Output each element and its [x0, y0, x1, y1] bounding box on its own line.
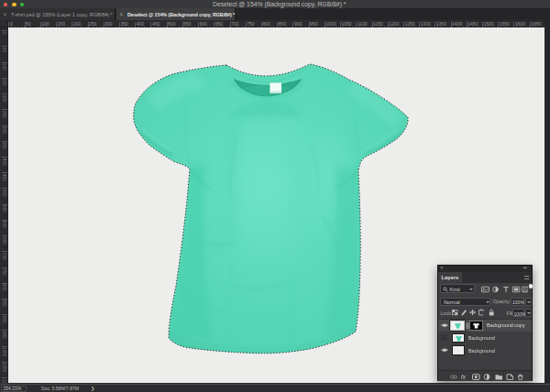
- svg-text:fx: fx: [461, 374, 467, 380]
